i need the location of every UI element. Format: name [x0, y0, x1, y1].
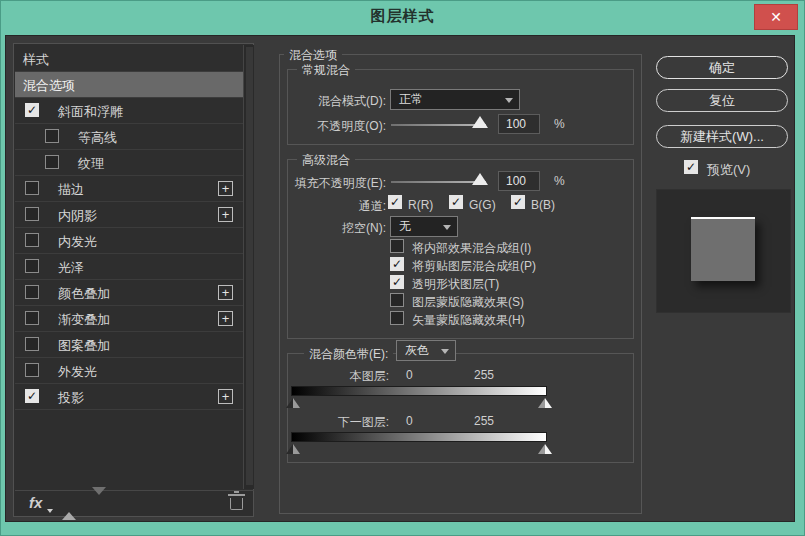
blend-mode-label: 混合模式(D):: [296, 93, 386, 110]
effect-checkbox[interactable]: [25, 337, 39, 351]
blend-if-legend: 混合颜色带(E):: [304, 346, 393, 363]
title-bar[interactable]: 图层样式 ✕: [0, 0, 805, 35]
sidebar-item-styles[interactable]: 样式: [15, 46, 244, 72]
transparency-shapes-label: 透明形状图层(T): [412, 276, 499, 293]
dialog-title: 图层样式: [0, 7, 805, 26]
sidebar-item-inner-glow[interactable]: 内发光: [15, 228, 244, 254]
effect-checkbox[interactable]: [25, 103, 39, 117]
channel-b-checkbox[interactable]: [511, 195, 525, 209]
knockout-value: 无: [399, 219, 411, 233]
effect-checkbox[interactable]: [25, 363, 39, 377]
channels-label: 通道:: [326, 198, 386, 215]
fill-opacity-percent-sign: %: [554, 174, 565, 188]
sidebar-item-label: 投影: [58, 389, 84, 407]
sidebar-item-label: 颜色叠加: [58, 285, 110, 303]
knockout-dropdown[interactable]: 无: [390, 216, 458, 237]
blend-if-channel-value: 灰色: [405, 343, 429, 357]
sidebar-item-inner-shadow[interactable]: 内阴影: [15, 202, 244, 228]
sidebar-item-label: 内发光: [58, 233, 97, 251]
blend-clipped-label: 将剪贴图层混合成组(P): [412, 258, 536, 275]
blend-if-channel-dropdown[interactable]: 灰色: [396, 340, 456, 361]
add-effect-icon[interactable]: [218, 285, 233, 300]
preview-checkbox[interactable]: [684, 160, 698, 174]
chevron-down-icon: [441, 349, 449, 354]
blend-mode-dropdown[interactable]: 正常: [390, 89, 520, 110]
sidebar-item-stroke[interactable]: 描边: [15, 176, 244, 202]
new-style-button[interactable]: 新建样式(W)...: [656, 125, 788, 148]
layer-style-dialog-window: 图层样式 ✕ 样式 混合选项 斜面和浮雕 等高线 纹理: [0, 0, 805, 536]
sidebar-item-pattern-overlay[interactable]: 图案叠加: [15, 332, 244, 358]
effect-checkbox[interactable]: [25, 233, 39, 247]
add-effect-icon[interactable]: [218, 311, 233, 326]
ok-button[interactable]: 确定: [656, 56, 788, 79]
sidebar-item-bevel-emboss[interactable]: 斜面和浮雕: [15, 98, 244, 124]
effect-checkbox[interactable]: [25, 285, 39, 299]
vector-mask-hides-label: 矢量蒙版隐藏效果(H): [412, 312, 525, 329]
knockout-label: 挖空(N):: [296, 220, 386, 237]
delete-effect-icon[interactable]: [230, 498, 243, 510]
sidebar-scrollbar[interactable]: [243, 45, 254, 489]
transparency-shapes-checkbox[interactable]: [390, 275, 404, 289]
fill-opacity-slider-thumb[interactable]: [472, 173, 488, 185]
style-preview-area: [656, 189, 791, 313]
opacity-percent-sign: %: [554, 117, 565, 131]
layer-mask-hides-label: 图层蒙版隐藏效果(S): [412, 294, 524, 311]
chevron-down-icon: [443, 225, 451, 230]
sidebar-item-gradient-overlay[interactable]: 渐变叠加: [15, 306, 244, 332]
fill-opacity-label: 填充不透明度(E):: [276, 175, 386, 192]
underlying-layer-min-value: 0: [406, 414, 413, 428]
sidebar-item-label: 纹理: [78, 155, 104, 173]
opacity-slider-thumb[interactable]: [472, 116, 488, 128]
sidebar-item-contour[interactable]: 等高线: [15, 124, 244, 150]
general-blending-legend: 常规混合: [297, 62, 355, 79]
opacity-value-field[interactable]: 100: [498, 114, 540, 134]
channel-b-label: B(B): [531, 198, 555, 212]
scrollbar-thumb[interactable]: [246, 47, 253, 485]
effect-checkbox[interactable]: [25, 311, 39, 325]
vector-mask-hides-checkbox[interactable]: [390, 311, 404, 325]
add-effect-icon[interactable]: [218, 181, 233, 196]
sidebar-item-satin[interactable]: 光泽: [15, 254, 244, 280]
sidebar-item-drop-shadow[interactable]: 投影: [15, 384, 244, 410]
effect-checkbox[interactable]: [25, 259, 39, 273]
underlying-layer-gradient-bar[interactable]: [291, 432, 547, 442]
sidebar-item-color-overlay[interactable]: 颜色叠加: [15, 280, 244, 306]
move-effect-up-icon[interactable]: [62, 495, 76, 513]
reset-button[interactable]: 复位: [656, 89, 788, 112]
fill-opacity-value-field[interactable]: 100: [498, 171, 540, 191]
style-preview-thumbnail: [691, 217, 755, 281]
opacity-label: 不透明度(O):: [296, 118, 386, 135]
preview-label: 预览(V): [707, 161, 750, 179]
sidebar-item-texture[interactable]: 纹理: [15, 150, 244, 176]
this-layer-gradient-bar[interactable]: [291, 386, 547, 396]
move-effect-down-icon[interactable]: [92, 495, 106, 513]
effect-checkbox[interactable]: [45, 129, 59, 143]
blend-interior-checkbox[interactable]: [390, 239, 404, 253]
close-button[interactable]: ✕: [754, 4, 798, 30]
underlying-layer-label: 下一图层:: [306, 414, 389, 431]
layer-mask-hides-checkbox[interactable]: [390, 293, 404, 307]
fx-caret-icon: [47, 509, 53, 513]
channel-g-checkbox[interactable]: [449, 195, 463, 209]
effect-checkbox[interactable]: [45, 155, 59, 169]
sidebar-item-outer-glow[interactable]: 外发光: [15, 358, 244, 384]
add-effect-icon[interactable]: [218, 207, 233, 222]
dialog-body: 样式 混合选项 斜面和浮雕 等高线 纹理 描边: [5, 35, 795, 522]
sidebar-toolbar-divider: [15, 490, 254, 491]
blend-clipped-checkbox[interactable]: [390, 257, 404, 271]
channel-r-checkbox[interactable]: [388, 195, 402, 209]
sidebar-item-label: 描边: [58, 181, 84, 199]
sidebar-item-label: 样式: [23, 51, 49, 69]
fx-menu-button[interactable]: fx: [29, 494, 42, 511]
effect-checkbox[interactable]: [25, 181, 39, 195]
sidebar-item-blending-options[interactable]: 混合选项: [15, 72, 244, 98]
sidebar-item-label: 渐变叠加: [58, 311, 110, 329]
effect-checkbox[interactable]: [25, 389, 39, 403]
this-layer-label: 本图层:: [306, 368, 389, 385]
sidebar-item-label: 斜面和浮雕: [58, 103, 123, 121]
underlying-layer-max-value: 255: [474, 414, 494, 428]
channel-g-label: G(G): [469, 198, 496, 212]
this-layer-max-value: 255: [474, 368, 494, 382]
effect-checkbox[interactable]: [25, 207, 39, 221]
add-effect-icon[interactable]: [218, 389, 233, 404]
